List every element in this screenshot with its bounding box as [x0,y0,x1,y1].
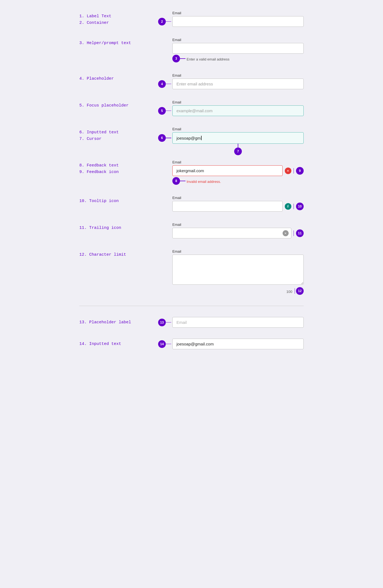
field-col-6: Email ✕ 9 8 Invalid email address. [172,160,304,185]
page-container: 1. Label Text 2. Container Email 2 3. He… [68,5,315,366]
field-label-2: Email [172,38,304,42]
badge-8: 8 [172,177,180,185]
field-col-3: Email 4 [172,73,304,89]
label-col-9: 12. Character limit [79,249,172,258]
connector-5 [166,111,171,111]
field-label-5: Email [172,127,304,131]
input-wrapper-5: 6 joesoap@gm 7 [172,132,304,144]
label-12: 12. Character limit [79,252,172,258]
label-col-2: 3. Helper/prompt text [79,38,172,47]
connector-2 [166,21,171,22]
field-label-7: Email [172,196,304,200]
input-wrapper-7 [172,201,283,212]
connector-3 [180,58,185,59]
badge-7: 7 [234,148,242,155]
connector-6 [166,138,171,138]
input-2[interactable] [172,43,304,54]
row-7: 10. Tooltip icon Email i 10 [79,196,304,212]
inputted-text-5: joesoap@gm [176,136,201,140]
input-wrapper-2 [172,43,304,54]
input-row-6: ✕ 9 [172,165,304,176]
field-col-9: Email 100 12 [172,249,304,295]
connector-8 [180,181,185,181]
trailing-icon-8[interactable]: ✕ [283,230,289,236]
label-col-7: 10. Tooltip icon [79,196,172,204]
field-label-9: Email [172,249,304,253]
input-wrapper-6 [172,165,283,176]
helper-text-2: Enter a valid email address [187,57,230,61]
badge-group-2: 2 [158,18,171,25]
field-col-7: Email i 10 [172,196,304,212]
field-col-13: 13 [172,317,304,328]
input-4[interactable] [172,105,304,116]
label-8: 8. Feedback text [79,162,172,169]
input-row-7: i 10 [172,201,304,212]
badge-13: 13 [158,319,166,326]
badge-group-3: 3 [172,55,185,62]
field-col-1: Email 2 [172,11,304,27]
badge-group-5: 5 [158,107,171,115]
field-label-8: Email [172,223,304,227]
field-col-5: Email 6 joesoap@gm 7 [172,127,304,144]
badge-group-13: 13 [158,319,171,326]
cursor-line-up [238,144,238,148]
badge-6: 6 [158,134,166,142]
input-wrapper-3: 4 [172,79,304,89]
badge-group-6: 6 [158,134,171,142]
feedback-text-6: Invalid email address. [187,180,221,184]
label-3: 3. Helper/prompt text [79,40,172,47]
label-col-8: 11. Trailing icon [79,223,172,231]
textarea-9[interactable] [172,255,304,285]
field-label-4: Email [172,100,304,104]
badge-4: 4 [158,80,166,88]
input-wrapper-14: 14 [172,339,304,349]
input-wrapper-13: 13 [172,317,304,328]
row-3: 4. Placeholder Email 4 [79,73,304,89]
label-col-6: 8. Feedback text 9. Feedback icon [79,160,172,175]
cursor-badge-group: 7 [234,144,242,155]
error-icon-6: ✕ [285,168,291,174]
connector-4 [166,84,171,84]
connector-11-line [294,230,294,236]
input-1[interactable] [172,16,304,27]
connector-14 [166,344,171,344]
input-7[interactable] [172,201,283,212]
input-wrapper-1: 2 [172,16,304,27]
badge-14: 14 [158,340,166,348]
badge-9: 9 [296,167,304,175]
connector-12-line [295,288,295,294]
info-icon-7[interactable]: i [285,203,291,210]
badge-group-4: 4 [158,80,171,88]
input-3[interactable] [172,79,304,89]
label-9: 9. Feedback icon [79,169,172,175]
badge-10: 10 [296,203,304,210]
input-wrapper-4: 5 [172,105,304,116]
connector-10-line [294,204,294,209]
input-8[interactable] [172,228,291,238]
row-1: 1. Label Text 2. Container Email 2 [79,11,304,27]
field-label-3: Email [172,73,304,77]
badge-group-14: 14 [158,340,171,348]
input-14[interactable] [172,339,304,349]
field-col-2: Email 3 Enter a valid email address [172,38,304,62]
row-4: 5. Focus placeholder Email 5 [79,100,304,116]
input-6[interactable] [172,165,283,176]
connector-9-line [294,168,294,174]
badge-5: 5 [158,107,166,115]
input-wrapper-8: ✕ [172,228,291,238]
row-14: 14. Inputted text 14 [79,339,304,349]
helper-row-2: 3 Enter a valid email address [172,55,304,62]
field-col-4: Email 5 [172,100,304,116]
row-9: 12. Character limit Email 100 12 [79,249,304,295]
row-5: 6. Inputted text 7. Cursor Email 6 joeso… [79,127,304,144]
badge-11: 11 [296,229,304,237]
field-label-1: Email [172,11,304,15]
input-display-5[interactable]: joesoap@gm [172,132,304,144]
field-label-6: Email [172,160,304,164]
feedback-row-6: 8 Invalid email address. [172,177,304,185]
char-count-row: 100 12 [172,287,304,295]
connector-13 [166,322,171,323]
row-8: 11. Trailing icon Email ✕ 11 [79,223,304,238]
label-11: 11. Trailing icon [79,225,172,231]
input-13[interactable] [172,317,304,328]
